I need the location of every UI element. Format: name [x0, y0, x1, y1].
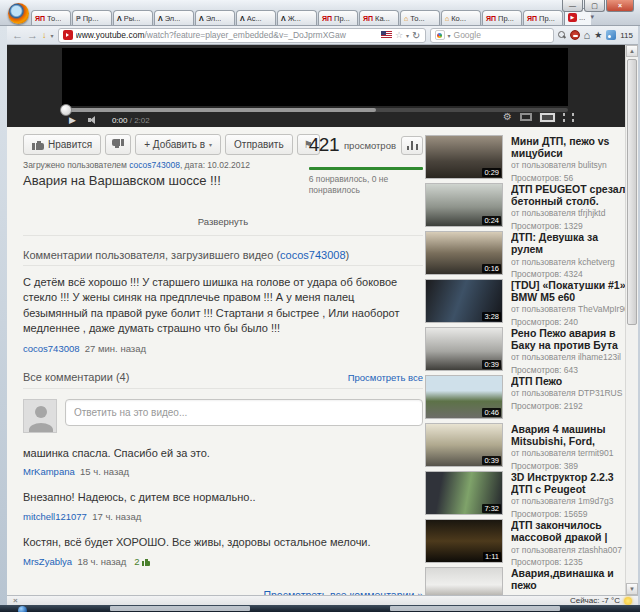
comment-author-link[interactable]: cocos743008: [23, 343, 80, 354]
video-thumbnail[interactable]: 0:46: [425, 375, 503, 419]
thumb-up-icon[interactable]: [142, 558, 150, 566]
like-button[interactable]: Нравится: [23, 134, 101, 155]
video-thumbnail[interactable]: 3:28: [425, 279, 503, 323]
scroll-up-arrow[interactable]: ▲: [626, 45, 638, 57]
related-video-author[interactable]: от пользователя ilhame123il: [511, 352, 625, 363]
browser-tab[interactable]: ҎПр...: [72, 10, 112, 25]
related-video-title[interactable]: 3D Инструктор 2.2.3 ДТП с Peugeot: [511, 471, 625, 495]
taskbar-button[interactable]: [390, 606, 560, 611]
seek-bar[interactable]: [62, 108, 568, 112]
back-button[interactable]: ←: [12, 30, 23, 41]
settings-gear-icon[interactable]: ⚙: [503, 112, 512, 122]
browser-tab[interactable]: ΛАс...: [236, 10, 276, 25]
start-orb-icon[interactable]: [18, 606, 27, 612]
browser-tab[interactable]: ΛЖ...: [277, 10, 317, 25]
browser-tab[interactable]: ЯППр...: [482, 10, 522, 25]
chevron-down-icon[interactable]: ▾: [448, 32, 451, 39]
taskbar-button[interactable]: [110, 606, 250, 611]
video-thumbnail[interactable]: 0:24: [425, 183, 503, 227]
uploader-link[interactable]: cocos743008: [129, 160, 180, 170]
related-video-title[interactable]: [TDU] «Покатушки #1» BMW M5 e60: [511, 279, 625, 303]
related-video-title[interactable]: ДТП закончилось массовой дракой | Киев: [511, 519, 625, 544]
maximize-button[interactable]: ▢: [584, 0, 605, 12]
forward-button[interactable]: →: [27, 30, 38, 41]
share-button[interactable]: Отправить: [225, 134, 293, 155]
search-box[interactable]: ▾ Google: [430, 28, 554, 43]
related-video-title[interactable]: Авария 4 машины Mitsubishi, Ford,: [511, 423, 625, 447]
related-video-item[interactable]: 0:39 Рено Пежо авария в Баку на против Б…: [425, 327, 625, 372]
related-video-item[interactable]: 0:24 ДТП PEUGEOT срезал бетонный столб. …: [425, 183, 625, 228]
close-button[interactable]: ×: [606, 0, 634, 12]
download-addon-icon[interactable]: ↓: [42, 30, 47, 40]
video-thumbnail[interactable]: [425, 567, 503, 595]
browser-tab[interactable]: ⌂То...: [400, 10, 440, 25]
comment-author-link[interactable]: MrKampana: [23, 466, 75, 477]
related-video-title[interactable]: Рено Пежо авария в Баку на против Бута: [511, 327, 625, 351]
scroll-down-arrow[interactable]: ▼: [626, 583, 638, 595]
related-video-author[interactable]: от пользователя tfrjhjktd: [511, 208, 625, 219]
browser-tab[interactable]: ΛЭл...: [154, 10, 194, 25]
addonbar-close-icon[interactable]: ×: [13, 596, 18, 605]
firefox-logo[interactable]: [8, 3, 29, 24]
windows-taskbar[interactable]: [0, 605, 640, 612]
play-icon[interactable]: ▶: [69, 116, 76, 125]
browser-tab[interactable]: ЯППр...: [318, 10, 358, 25]
tab-list-caret-icon[interactable]: ▾: [590, 13, 594, 21]
related-video-title[interactable]: ДТП PEUGEOT срезал бетонный столб.: [511, 183, 625, 207]
browser-tab[interactable]: ΛРы...: [113, 10, 153, 25]
related-video-item[interactable]: 0:39 Авария 4 машины Mitsubishi, Ford, о…: [425, 423, 625, 468]
bookmarks-star-icon[interactable]: ★: [594, 30, 602, 40]
related-video-item[interactable]: 7:32 3D Инструктор 2.2.3 ДТП с Peugeot о…: [425, 471, 625, 516]
statistics-button[interactable]: [401, 136, 423, 155]
url-bar[interactable]: www.youtube.com/watch?feature=player_emb…: [58, 28, 426, 43]
related-video-author[interactable]: от пользователя DTP31RUS: [511, 388, 625, 399]
related-video-author[interactable]: от пользователя termit901: [511, 448, 625, 459]
related-video-title[interactable]: ДТП Пежо: [511, 375, 625, 387]
related-video-author[interactable]: от пользователя kchetverg: [511, 257, 625, 268]
home-icon[interactable]: ⌂: [584, 30, 591, 41]
fullscreen-icon[interactable]: [563, 113, 574, 122]
chevron-down-icon[interactable]: ▾: [51, 32, 54, 39]
related-video-title[interactable]: Авария,двинашка и пежо: [511, 567, 625, 591]
add-to-button[interactable]: + Добавить в▾: [135, 134, 221, 155]
video-thumbnail[interactable]: 0:29: [425, 135, 503, 179]
browser-tab[interactable]: ⌂Ко...: [441, 10, 481, 25]
vertical-scrollbar[interactable]: ▲ ▼: [625, 45, 638, 595]
reload-icon[interactable]: ↻: [412, 30, 420, 41]
video-thumbnail[interactable]: 1:11: [425, 519, 503, 563]
wide-player-icon[interactable]: [540, 113, 555, 122]
related-video-author[interactable]: от пользователя bulitsyn: [511, 160, 625, 171]
adblock-icon[interactable]: [570, 30, 580, 40]
video-area[interactable]: [62, 48, 568, 106]
url-text[interactable]: www.youtube.com/watch?feature=player_emb…: [76, 30, 379, 40]
video-thumbnail[interactable]: 0:16: [425, 231, 503, 275]
small-player-icon[interactable]: [520, 113, 532, 121]
see-all-link[interactable]: Просмотреть все: [348, 372, 423, 383]
bookmark-star-icon[interactable]: ☆: [395, 30, 403, 40]
comment-author-link[interactable]: MrsZyablya: [23, 556, 72, 567]
volume-icon[interactable]: [88, 116, 100, 125]
video-thumbnail[interactable]: 0:39: [425, 423, 503, 467]
browser-tab[interactable]: ЯПКа...: [359, 10, 399, 25]
related-video-item[interactable]: 0:29 Мини ДТП, пежо vs мицубиси от польз…: [425, 135, 625, 180]
related-video-author[interactable]: от пользователя ztashha007: [511, 545, 625, 556]
minimize-button[interactable]: —: [562, 0, 583, 12]
related-video-author[interactable]: от пользователя 1m9d7g3: [511, 496, 625, 507]
rss-icon[interactable]: [606, 30, 616, 40]
dislike-button[interactable]: [105, 134, 131, 155]
search-icon[interactable]: [558, 31, 566, 39]
browser-tab[interactable]: ΛЭл...: [195, 10, 235, 25]
related-video-item[interactable]: 1:11 ДТП закончилось массовой дракой | К…: [425, 519, 625, 564]
reply-input[interactable]: [65, 399, 423, 426]
flagfox-us-flag-icon[interactable]: [381, 31, 392, 39]
uploader-link[interactable]: cocos743008: [280, 249, 345, 261]
related-video-item[interactable]: 0:46 ДТП Пежо от пользователя DTP31RUS П…: [425, 375, 625, 420]
scrollbar-thumb[interactable]: [627, 59, 637, 325]
google-icon[interactable]: [435, 30, 445, 40]
related-video-item[interactable]: 3:28 [TDU] «Покатушки #1» BMW M5 e60 от …: [425, 279, 625, 324]
chevron-down-icon[interactable]: ▾: [406, 32, 409, 39]
related-video-item[interactable]: 0:16 ДТП: Девушка за рулем &quot;Пежо&qu…: [425, 231, 625, 276]
video-thumbnail[interactable]: 7:32: [425, 471, 503, 515]
comment-author-link[interactable]: mitchell121077: [23, 511, 87, 522]
related-video-item[interactable]: Авария,двинашка и пежо: [425, 567, 625, 595]
